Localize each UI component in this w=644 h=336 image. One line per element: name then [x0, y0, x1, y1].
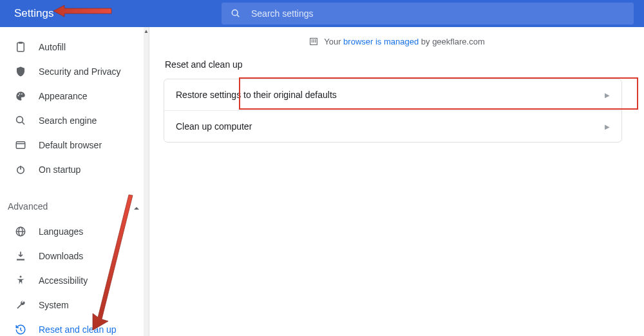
sidebar-item-autofill[interactable]: Autofill [0, 35, 149, 59]
browser-icon [14, 139, 27, 152]
row-label: Clean up computer [176, 121, 252, 132]
svg-rect-16 [17, 259, 24, 261]
svg-point-17 [20, 276, 22, 278]
svg-point-0 [232, 10, 238, 15]
chevron-right-icon: ▶ [605, 123, 610, 130]
svg-point-4 [18, 95, 19, 96]
sidebar-item-system[interactable]: System [0, 293, 149, 317]
svg-line-8 [22, 122, 24, 124]
accessibility-icon [14, 274, 27, 287]
search-input[interactable] [251, 8, 625, 19]
sidebar-item-accessibility[interactable]: Accessibility [0, 268, 149, 293]
sidebar-item-label: Reset and clean up [39, 324, 117, 335]
svg-rect-25 [314, 41, 315, 43]
managed-link[interactable]: browser is managed [343, 37, 419, 46]
svg-rect-23 [315, 39, 316, 41]
svg-point-7 [17, 117, 23, 123]
sidebar-item-downloads[interactable]: Downloads [0, 244, 149, 268]
sidebar-item-security[interactable]: Security and Privacy [0, 59, 149, 84]
svg-point-5 [19, 94, 21, 95]
main-content: Your browser is managed by geekflare.com… [149, 27, 644, 336]
settings-card: Restore settings to their original defau… [164, 79, 622, 143]
sidebar-item-reset-clean-up[interactable]: Reset and clean up [0, 317, 149, 336]
building-icon [308, 36, 319, 46]
shield-icon [14, 65, 27, 78]
svg-rect-26 [315, 41, 316, 43]
sidebar-scrollbar[interactable]: ▲ [144, 27, 149, 336]
autofill-icon [14, 41, 27, 54]
sidebar-item-search-engine[interactable]: Search engine [0, 108, 149, 133]
restore-icon [14, 323, 27, 336]
svg-rect-3 [19, 42, 23, 44]
sidebar: Autofill Security and Privacy Appearance… [0, 27, 149, 336]
svg-rect-2 [17, 43, 24, 52]
search-icon [231, 8, 241, 19]
globe-icon [14, 225, 27, 238]
sidebar-section-advanced[interactable]: Advanced [0, 193, 149, 219]
sidebar-item-label: On startup [39, 164, 80, 175]
svg-line-1 [237, 15, 239, 17]
row-clean-up-computer[interactable]: Clean up computer ▶ [164, 110, 621, 142]
sidebar-item-label: Default browser [39, 140, 102, 150]
sidebar-item-languages[interactable]: Languages [0, 219, 149, 244]
svg-rect-22 [314, 39, 315, 41]
palette-icon [14, 90, 27, 103]
sidebar-item-appearance[interactable]: Appearance [0, 84, 149, 108]
sidebar-item-label: System [39, 300, 69, 310]
sidebar-item-label: Accessibility [39, 275, 88, 286]
svg-rect-9 [16, 142, 25, 149]
section-title: Reset and clean up [162, 59, 626, 79]
chevron-right-icon: ▶ [605, 92, 610, 99]
scroll-up-icon: ▲ [144, 27, 149, 35]
svg-rect-21 [312, 39, 313, 41]
wrench-icon [14, 299, 27, 311]
search-icon [14, 114, 27, 127]
sidebar-item-on-startup[interactable]: On startup [0, 157, 149, 182]
sidebar-section-label: Advanced [8, 201, 48, 212]
search-box[interactable] [222, 3, 634, 25]
sidebar-item-label: Downloads [39, 251, 83, 261]
svg-line-19 [21, 330, 22, 331]
page-title: Settings [0, 7, 222, 20]
download-icon [14, 250, 27, 262]
sidebar-item-label: Appearance [39, 91, 88, 101]
svg-rect-24 [312, 41, 313, 43]
row-label: Restore settings to their original defau… [176, 90, 337, 100]
sidebar-item-default-browser[interactable]: Default browser [0, 133, 149, 157]
managed-text: Your browser is managed by geekflare.com [324, 37, 485, 46]
sidebar-item-label: Autofill [39, 42, 66, 52]
chevron-up-icon [133, 203, 140, 210]
sidebar-item-label: Languages [39, 226, 83, 237]
svg-point-6 [21, 94, 23, 95]
row-restore-defaults[interactable]: Restore settings to their original defau… [164, 79, 621, 110]
power-icon [14, 163, 27, 176]
sidebar-item-label: Security and Privacy [39, 66, 121, 77]
sidebar-item-label: Search engine [39, 115, 97, 126]
